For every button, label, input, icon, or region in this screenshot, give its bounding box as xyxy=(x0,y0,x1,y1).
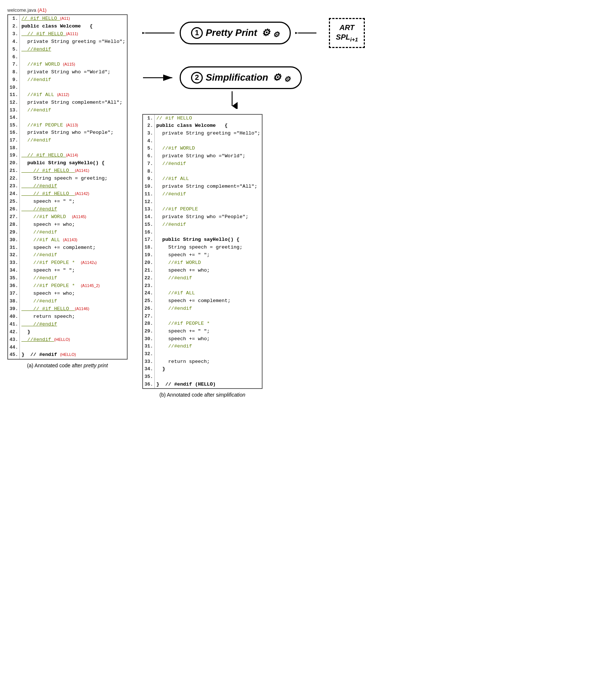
line-code: speech += complement; xyxy=(20,244,127,252)
line-number: 14. xyxy=(8,114,20,121)
table-row: 10. private String complement="All"; xyxy=(143,183,262,191)
table-row: 12. private String complement="All"; xyxy=(8,99,127,107)
line-number: 3. xyxy=(143,130,155,137)
line-code: } // #endif (HELLO) xyxy=(20,351,127,359)
line-code xyxy=(20,84,127,91)
line-code: //#endif xyxy=(20,206,127,213)
line-code: // #if HELLO (A111) xyxy=(20,30,127,38)
line-number: 25. xyxy=(8,198,20,206)
line-number: 39. xyxy=(8,305,20,313)
table-row: 5. //#endif xyxy=(8,46,127,54)
table-row: 26. //#endif xyxy=(8,206,127,213)
line-number: 6. xyxy=(8,54,20,61)
line-code xyxy=(155,168,262,175)
line-code: speech += " "; xyxy=(20,198,127,206)
line-number: 34. xyxy=(8,267,20,275)
line-number: 20. xyxy=(143,259,155,267)
file-label: welcome.java (A1) xyxy=(7,7,609,13)
table-row: 26. //#endif xyxy=(143,305,262,313)
left-code-panel: 1.// #if HELLO (A11)2.public class Welco… xyxy=(7,14,128,368)
line-number: 30. xyxy=(143,335,155,343)
file-annotation: (A1) xyxy=(37,7,47,13)
table-row: 10. xyxy=(8,84,127,91)
table-row: 4. private String greeting ="Hello"; xyxy=(8,38,127,46)
line-code: //#endif xyxy=(20,275,127,282)
line-number: 7. xyxy=(8,61,20,69)
table-row: 8. private String who ="World"; xyxy=(8,69,127,76)
table-row: 34. speech += " "; xyxy=(8,267,127,275)
line-code: //#if PEOPLE * (A1142₂) xyxy=(20,259,127,267)
table-row: 29. //#endif xyxy=(8,229,127,236)
line-code: private String who ="People"; xyxy=(155,213,262,221)
spl-label: SPLi+1 xyxy=(336,32,358,43)
line-code xyxy=(155,229,262,236)
line-code: //#if PEOPLE * xyxy=(155,320,262,328)
table-row: 17. //#endif xyxy=(8,137,127,144)
line-number: 10. xyxy=(143,183,155,191)
table-row: 38. //#endif xyxy=(8,298,127,305)
line-number: 5. xyxy=(8,46,20,54)
line-code: // #if HELLO (A1146) xyxy=(20,305,127,313)
table-row: 12. xyxy=(143,198,262,206)
pretty-print-label: Pretty Print xyxy=(206,27,257,38)
line-code xyxy=(155,282,262,290)
line-number: 41. xyxy=(8,321,20,328)
line-number: 4. xyxy=(143,137,155,145)
line-code: // #if HELLO (A11) xyxy=(20,15,127,23)
line-number: 26. xyxy=(143,305,155,313)
line-number: 7. xyxy=(143,160,155,168)
line-code: speech += complement; xyxy=(155,297,262,305)
line-code: String speech = greeting; xyxy=(20,175,127,183)
line-code: //#if ALL xyxy=(155,175,262,183)
table-row: 3. private String greeting ="Hello"; xyxy=(143,130,262,137)
line-code: return speech; xyxy=(155,358,262,366)
table-row: 6. xyxy=(8,54,127,61)
line-code: //#endif xyxy=(20,137,127,144)
line-code: //#endif xyxy=(20,76,127,84)
table-row: 32. xyxy=(143,350,262,358)
table-row: 20. public String sayHello() { xyxy=(8,159,127,167)
table-row: 35. //#endif xyxy=(8,275,127,282)
line-code: //#if ALL (A1143) xyxy=(20,236,127,244)
table-row: 19. speech += " "; xyxy=(143,251,262,259)
line-code: //#endif xyxy=(155,221,262,229)
line-number: 9. xyxy=(8,76,20,84)
line-code: // #if HELLO xyxy=(155,115,262,122)
line-number: 17. xyxy=(143,236,155,244)
gear4-icon: ⚙ xyxy=(284,75,290,84)
arrow-to-left xyxy=(142,27,175,38)
step1-circle: 1 xyxy=(191,27,203,39)
table-row: 41. //#endif xyxy=(8,321,127,328)
line-number: 30. xyxy=(8,236,20,244)
line-code: // #if HELLO (A114) xyxy=(20,152,127,159)
table-row: 25. speech += " "; xyxy=(8,198,127,206)
line-code xyxy=(155,313,262,320)
table-row: 25. speech += complement; xyxy=(143,297,262,305)
line-number: 31. xyxy=(8,244,20,252)
table-row: 33. //#if PEOPLE * (A1142₂) xyxy=(8,259,127,267)
line-number: 24. xyxy=(8,190,20,198)
table-row: 7. //#if WORLD (A115) xyxy=(8,61,127,69)
line-code: //#if ALL xyxy=(155,290,262,297)
line-code: //#endif xyxy=(20,321,127,328)
line-number: 12. xyxy=(143,198,155,206)
line-code: //#endif xyxy=(155,343,262,350)
table-row: 1.// #if HELLO xyxy=(143,115,262,122)
line-code: //#if PEOPLE * (A1145_2) xyxy=(20,282,127,290)
table-row: 45.} // #endif (HELLO) xyxy=(8,351,127,359)
art-spl-box: ART SPLi+1 xyxy=(329,18,365,48)
line-code: public class Welcome { xyxy=(20,23,127,30)
line-number: 26. xyxy=(8,206,20,213)
table-row: 42. } xyxy=(8,328,127,336)
table-row: 44. xyxy=(8,344,127,351)
line-code: //#endif xyxy=(20,251,127,259)
line-code: speech += who; xyxy=(155,335,262,343)
line-number: 12. xyxy=(8,99,20,107)
line-code xyxy=(20,144,127,152)
right-caption: (b) Annotated code after simplification xyxy=(160,392,245,398)
line-number: 3. xyxy=(8,30,20,38)
line-number: 36. xyxy=(143,381,155,389)
gear1-icon: ⚙ xyxy=(261,27,270,38)
line-number: 33. xyxy=(143,358,155,366)
table-row: 23. //#endif xyxy=(8,183,127,190)
